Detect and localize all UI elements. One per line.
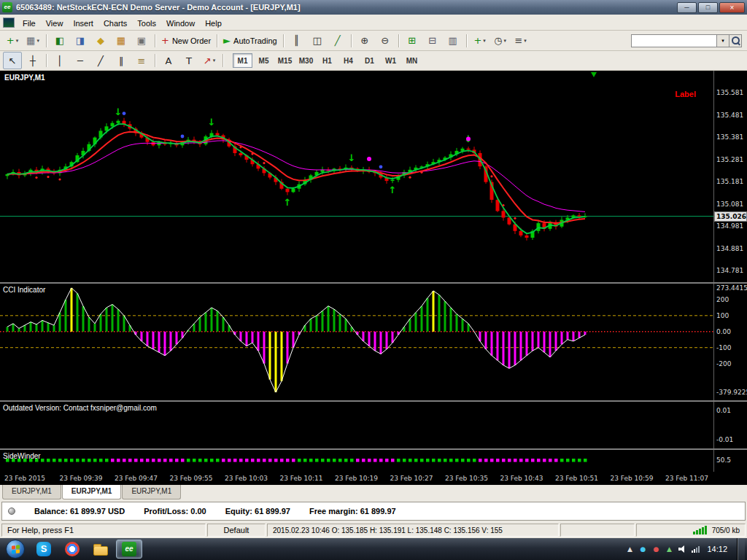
main-chart-canvas[interactable]: EURJPY,M1 Label ↓↓↓↓↑↑ [0,71,713,282]
cascade-windows-button[interactable]: ⊟ [423,32,442,50]
maximize-button[interactable]: □ [698,2,718,13]
start-button[interactable] [6,540,25,559]
time-axis-label: 23 Feb 11:07 [665,475,708,482]
terminal-button[interactable]: ▦ [112,32,131,50]
timeframe-m1-button[interactable]: M1 [233,53,252,68]
search-box: ▾ [631,34,742,47]
price-scale[interactable]: 135.581135.481135.381135.281135.181135.0… [713,71,747,282]
time-axis-label: 23 Feb 10:27 [390,475,433,482]
outdated-scale[interactable]: 0.01-0.01 [713,402,747,448]
cci-indicator-label: CCI Indicator [3,286,45,294]
taskbar-metatrader-button[interactable]: ee [116,540,142,559]
search-dropdown-button[interactable]: ▾ [717,34,729,47]
menu-item-insert[interactable]: Insert [68,18,98,29]
text-button[interactable]: A [159,52,178,69]
chart-candles-button[interactable]: ◫ [308,32,327,50]
cursor-button[interactable]: ↖ [3,52,22,69]
minimize-button[interactable]: ─ [677,2,697,13]
window-title: 65063489: NetStockECN-ECN Demo Server - … [16,3,673,12]
status-profile[interactable]: Default [207,524,266,537]
time-axis-label: 23 Feb 10:51 [555,475,598,482]
skype-icon: S [36,542,51,556]
strategy-tester-button[interactable]: ▣ [132,32,151,50]
crosshair-button[interactable]: ┼ [23,52,42,69]
profiles-button[interactable]: ▦▾ [23,32,42,50]
sidewinder-dots [0,450,713,472]
chart-tab-0[interactable]: EURJPY,M1 [2,485,61,499]
periods-button[interactable]: ◷▾ [491,32,510,50]
timeframe-h4-button[interactable]: H4 [338,53,358,68]
outdated-scale-label: -0.01 [716,436,733,443]
menu-item-tools[interactable]: Tools [132,18,161,29]
free-margin-text: Free margin: 61 899.97 [309,507,396,516]
hidden-icons-button[interactable]: ▲ [625,545,634,553]
cci-indicator-pane: CCI Indicator 273.44152001000.00-100-200… [0,284,747,400]
taskbar-explorer-button[interactable] [88,540,114,559]
cci-scale-label: -200 [716,360,731,368]
indicators-button[interactable]: +▾ [471,32,489,50]
search-button[interactable] [729,34,742,47]
chart-tab-1[interactable]: EURJPY,M1 [62,485,122,499]
sidewinder-canvas[interactable]: SideWinder [0,450,713,472]
vertical-line-button[interactable]: │ [50,52,69,69]
taskbar-clock[interactable]: 14:12 [707,545,727,553]
timeframe-w1-button[interactable]: W1 [381,53,400,68]
chart-bars-button[interactable]: ║ [287,32,306,50]
taskbar-skype-button[interactable]: S [31,540,57,559]
cci-scale[interactable]: 273.44152001000.00-100-200-379.9225 [713,284,747,400]
chart-line-button[interactable]: ╱ [328,32,347,50]
time-axis-label: 23 Feb 09:47 [115,475,158,482]
timeframe-m30-button[interactable]: M30 [296,53,316,68]
menu-item-window[interactable]: Window [161,18,200,29]
new-chart-icon: + [7,36,15,45]
tile-windows-button[interactable]: ⊞ [403,32,422,50]
arrange-icons-button[interactable]: ▥ [444,32,462,50]
menu-item-file[interactable]: File [18,18,41,29]
sidewinder-scale[interactable]: 50.5 [713,450,747,472]
taskbar-browser-button[interactable] [59,540,85,559]
fibonacci-button[interactable]: ≡ [132,52,151,69]
trendline-button[interactable]: ╱ [91,52,110,69]
timeframe-mn-button[interactable]: MN [402,53,422,68]
search-input[interactable] [631,34,717,47]
new-chart-button[interactable]: +▾ [3,32,22,50]
volume-button[interactable] [678,545,686,553]
market-watch-button[interactable]: ◧ [50,32,69,50]
data-window-button[interactable]: ◨ [71,32,90,50]
menu-item-view[interactable]: View [41,18,69,29]
toolbar-separator [155,54,155,67]
toolbar-separator [222,54,223,67]
autotrading-button[interactable]: ►AutoTrading [221,32,279,50]
text-label-button[interactable]: T [179,52,198,69]
profiles-icon: ▦ [26,36,35,45]
templates-button[interactable]: ≡▾ [511,32,530,50]
timeframe-d1-button[interactable]: D1 [360,53,379,68]
zoom-out-button[interactable]: ⊖ [376,32,395,50]
tray-app-2-button[interactable]: ● [651,545,660,553]
network-button[interactable] [691,546,700,553]
chart-tab-2[interactable]: EURJPY,M1 [122,485,181,499]
arrows-tool-button[interactable]: ↗▾ [200,52,219,69]
outdated-indicator-canvas[interactable]: Outdated Version: Contact fxsniper@gmail… [0,402,713,448]
dropdown-caret-icon: ▾ [213,58,216,63]
menu-item-help[interactable]: Help [200,18,227,29]
cci-indicator-canvas[interactable]: CCI Indicator [0,284,713,400]
zoom-in-button[interactable]: ⊕ [355,32,374,50]
time-axis-label: 23 Feb 10:59 [611,475,654,482]
tray-app-3-button[interactable]: ▲ [665,545,673,553]
horizontal-line-button[interactable]: ─ [71,52,90,69]
close-button[interactable]: × [719,2,745,13]
tray-app-1-button[interactable]: ● [638,545,647,553]
timeframe-h1-button[interactable]: H1 [317,53,337,68]
new-order-button[interactable]: +New Order [159,32,213,50]
equidistant-channel-button[interactable]: ∥ [112,52,131,69]
title-bar[interactable]: ee 65063489: NetStockECN-ECN Demo Server… [0,0,747,15]
show-desktop-button[interactable] [737,538,745,560]
time-axis[interactable]: 23 Feb 201523 Feb 09:3923 Feb 09:4723 Fe… [0,472,747,485]
timeframe-m15-button[interactable]: M15 [275,53,295,68]
navigator-button[interactable]: ◆ [91,32,110,50]
menu-item-charts[interactable]: Charts [98,18,132,29]
account-summary-row: Balance: 61 899.97 USD Profit/Loss: 0.00… [1,502,746,521]
timeframe-m5-button[interactable]: M5 [254,53,274,68]
metatrader-icon: ee [122,542,136,556]
